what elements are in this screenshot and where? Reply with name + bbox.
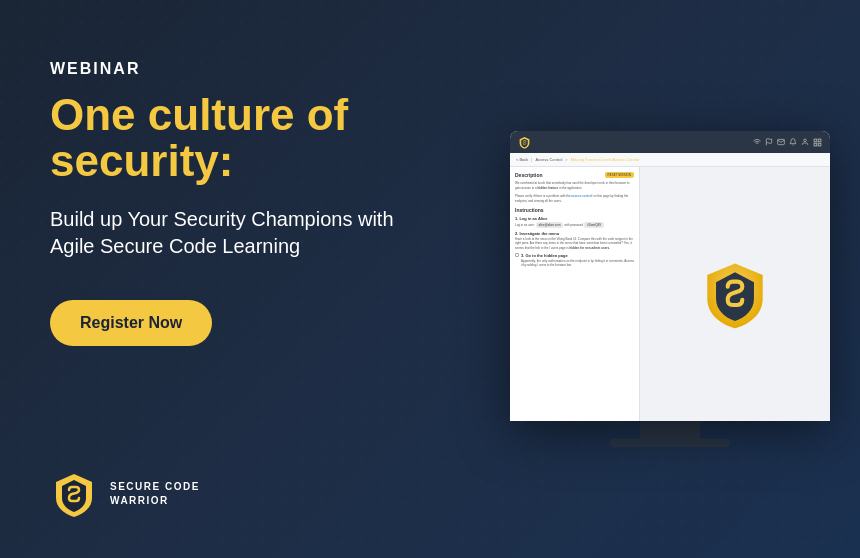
monitor-screen: < Back | Access Control > Missing Functi… [510, 131, 830, 421]
instructions-title: Instructions [515, 207, 634, 213]
step-3-number: 3. Go to the hidden page [521, 253, 634, 258]
monitor: < Back | Access Control > Missing Functi… [500, 131, 840, 447]
step-3-desc: Apparently, the only authorisation on th… [521, 259, 634, 267]
logo-text-line2: WARRIOR [110, 494, 200, 508]
wifi-icon [753, 138, 761, 146]
headline-line2: security: [50, 136, 233, 185]
app-ui: < Back | Access Control > Missing Functi… [510, 131, 830, 421]
app-topbar-icons [753, 138, 822, 147]
logo-text-line1: SECURE CODE [110, 480, 200, 494]
logo-shield-icon [50, 470, 98, 518]
app-right-panel [640, 167, 830, 421]
breadcrumb-root: Access Control [535, 157, 562, 162]
description-section-head: Description RESET MISSION [515, 172, 634, 178]
headline: One culture of security: [50, 92, 430, 184]
instruction-step-3: 3. Go to the hidden page Apparently, the… [521, 253, 634, 267]
step-2-number: 2. Investigate the menu [515, 231, 634, 236]
step-1-desc: Log in as user: alice@alice.com with pas… [515, 222, 634, 228]
user-icon [801, 138, 809, 146]
mail-icon [777, 138, 785, 146]
app-breadcrumb: < Back | Access Control > Missing Functi… [510, 153, 830, 167]
svg-point-3 [804, 139, 807, 142]
instruction-step-1: 1. Log in as Alice Log in as user: alice… [515, 216, 634, 228]
content-top: WEBINAR One culture of security: Build u… [50, 60, 430, 346]
monitor-base [610, 439, 730, 447]
svg-rect-5 [818, 139, 821, 142]
instruction-step-3-container: 3. Go to the hidden page Apparently, the… [515, 253, 634, 270]
description-text1: We overheard at lunch that somebody has … [515, 181, 634, 190]
breadcrumb-mid: Missing Function Level Access Control [571, 157, 639, 162]
left-panel: WEBINAR One culture of security: Build u… [0, 0, 480, 558]
step-1-number: 1. Log in as Alice [515, 216, 634, 221]
register-button[interactable]: Register Now [50, 300, 212, 346]
bell-icon [789, 138, 797, 146]
svg-rect-7 [814, 143, 817, 146]
reset-mission-button[interactable]: RESET MISSION [605, 172, 634, 178]
description-text2: Please verify if there is a problem with… [515, 194, 634, 203]
app-main-content-area: Description RESET MISSION We overheard a… [510, 167, 640, 421]
svg-rect-4 [814, 139, 817, 142]
description-title: Description [515, 172, 543, 178]
grid-icon [813, 138, 822, 147]
svg-rect-6 [818, 143, 821, 146]
breadcrumb-back[interactable]: < Back [516, 157, 528, 162]
right-panel: < Back | Access Control > Missing Functi… [480, 0, 860, 558]
app-content: Description RESET MISSION We overheard a… [510, 167, 830, 421]
big-shield-icon [700, 259, 770, 329]
headline-line1: One culture of [50, 90, 348, 139]
webinar-label: WEBINAR [50, 60, 430, 78]
logo-area: SECURE CODE WARRIOR [50, 470, 430, 518]
flag-icon [765, 138, 773, 146]
subheadline: Build up Your Security Champions with Ag… [50, 206, 430, 260]
instruction-step-2: 2. Investigate the menu Have a look at t… [515, 231, 634, 250]
breadcrumb-sep1: > [565, 157, 567, 162]
step-2-desc: Have a look at the menu in the Viking Ba… [515, 237, 634, 250]
app-topbar [510, 131, 830, 153]
page-container: WEBINAR One culture of security: Build u… [0, 0, 860, 558]
app-nav-shield-icon [518, 136, 531, 149]
logo-text: SECURE CODE WARRIOR [110, 480, 200, 508]
monitor-stand [640, 421, 700, 439]
step-3-checkbox[interactable] [515, 253, 519, 257]
